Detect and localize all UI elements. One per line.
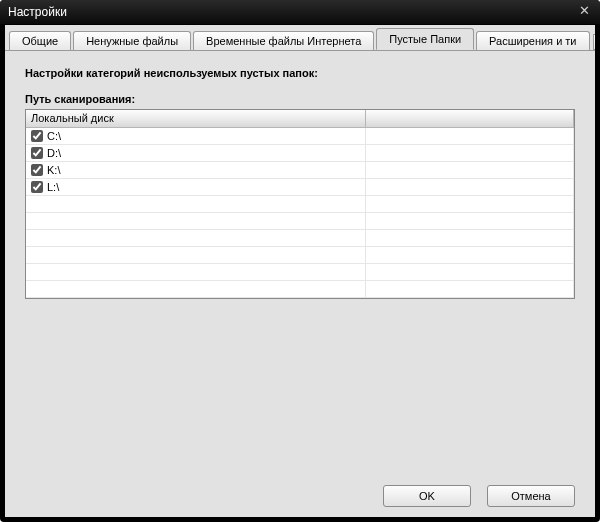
cell-path: K:\ [26, 162, 366, 178]
cell-path: C:\ [26, 128, 366, 144]
tab-general[interactable]: Общие [9, 31, 71, 51]
ok-button[interactable]: OK [383, 485, 471, 507]
tab-empty-folders[interactable]: Пустые Папки [376, 28, 474, 50]
tab-content: Настройки категорий неиспользуемых пусты… [5, 51, 595, 475]
window-title: Настройки [8, 5, 574, 19]
cell-empty [366, 179, 574, 195]
table-row-empty [26, 247, 574, 264]
table-row[interactable]: L:\ [26, 179, 574, 196]
row-path-label: D:\ [47, 147, 61, 159]
table-row-empty [26, 196, 574, 213]
row-path-label: K:\ [47, 164, 60, 176]
grid-header: Локальный диск [26, 110, 574, 128]
grid-header-local-disk[interactable]: Локальный диск [26, 110, 366, 127]
cell-path: L:\ [26, 179, 366, 195]
grid-header-col2[interactable] [366, 110, 574, 127]
tab-strip: Общие Ненужные файлы Временные файлы Инт… [5, 25, 595, 51]
table-row-empty [26, 213, 574, 230]
row-checkbox[interactable] [31, 164, 43, 176]
cell-empty [366, 162, 574, 178]
settings-window: Настройки ✕ Общие Ненужные файлы Временн… [0, 0, 600, 522]
table-row-empty [26, 281, 574, 298]
tab-extensions[interactable]: Расширения и ти [476, 31, 589, 51]
dialog-buttons: OK Отмена [5, 475, 595, 517]
row-path-label: C:\ [47, 130, 61, 142]
row-checkbox[interactable] [31, 147, 43, 159]
scan-path-grid: Локальный диск C:\D:\K:\L:\ [25, 109, 575, 299]
row-path-label: L:\ [47, 181, 59, 193]
table-row[interactable]: D:\ [26, 145, 574, 162]
cell-empty [366, 128, 574, 144]
cell-empty [366, 145, 574, 161]
grid-body: C:\D:\K:\L:\ [26, 128, 574, 298]
section-subheading: Путь сканирования: [25, 93, 575, 105]
client-area: Общие Ненужные файлы Временные файлы Инт… [4, 24, 596, 518]
cell-path: D:\ [26, 145, 366, 161]
table-row[interactable]: K:\ [26, 162, 574, 179]
tab-internet-temp[interactable]: Временные файлы Интернета [193, 31, 374, 51]
tab-scroll-controls: ◄ ► [592, 34, 595, 50]
close-icon[interactable]: ✕ [574, 3, 594, 21]
table-row-empty [26, 264, 574, 281]
titlebar[interactable]: Настройки ✕ [0, 0, 600, 24]
cancel-button[interactable]: Отмена [487, 485, 575, 507]
tab-junk-files[interactable]: Ненужные файлы [73, 31, 191, 51]
table-row-empty [26, 230, 574, 247]
section-heading: Настройки категорий неиспользуемых пусты… [25, 67, 575, 79]
tab-scroll-left-icon[interactable]: ◄ [593, 34, 595, 50]
row-checkbox[interactable] [31, 130, 43, 142]
row-checkbox[interactable] [31, 181, 43, 193]
table-row[interactable]: C:\ [26, 128, 574, 145]
